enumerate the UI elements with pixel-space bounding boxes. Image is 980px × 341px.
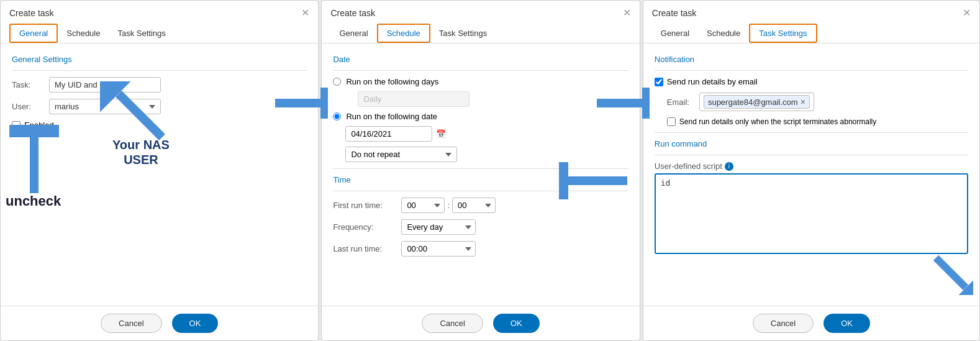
panel2-close-button[interactable]: ✕	[623, 7, 631, 19]
email-label: Email:	[667, 98, 689, 107]
date-section-title: Date	[333, 55, 628, 64]
first-run-label: First run time:	[333, 201, 401, 210]
run-cmd-section-title: Run command	[655, 139, 968, 148]
radio-following-days-label: Run on the following days	[346, 77, 438, 86]
panel3-cancel-button[interactable]: Cancel	[753, 314, 814, 333]
task-input[interactable]	[49, 77, 161, 93]
panel2-tabs: General Schedule Task Settings	[322, 24, 639, 43]
tab-general-1[interactable]: General	[9, 24, 58, 43]
send-abnormal-label: Send run details only when the script te…	[679, 117, 877, 126]
radio-following-date[interactable]	[333, 112, 341, 120]
info-icon[interactable]: i	[725, 162, 733, 171]
send-email-checkbox[interactable]	[655, 78, 663, 86]
panel1-title: Create task	[9, 8, 54, 18]
panel3-ok-button[interactable]: OK	[823, 314, 870, 333]
panel1-cancel-button[interactable]: Cancel	[101, 314, 161, 333]
script-label: User-defined script	[655, 161, 722, 171]
send-email-label: Send run details by email	[667, 77, 758, 86]
user-label: User:	[12, 102, 49, 111]
tab-general-2[interactable]: General	[330, 24, 376, 43]
panel2-title: Create task	[330, 8, 375, 18]
enabled-label: Enabled	[24, 120, 54, 130]
panel3-title: Create task	[652, 8, 697, 18]
daily-select: Daily	[358, 91, 470, 107]
date-input[interactable]	[345, 126, 432, 142]
enabled-checkbox[interactable]	[12, 121, 20, 130]
calendar-icon[interactable]: 📅	[436, 129, 446, 139]
tab-task-settings-1[interactable]: Task Settings	[109, 24, 174, 43]
script-textarea[interactable]: id	[655, 173, 968, 254]
send-abnormal-checkbox[interactable]	[667, 117, 676, 126]
annotation-uncheck: uncheck	[6, 193, 61, 209]
panel2-ok-button[interactable]: OK	[493, 314, 540, 333]
radio-following-date-label: Run on the following date	[346, 112, 437, 121]
tab-task-settings-2[interactable]: Task Settings	[430, 24, 496, 43]
repeat-select[interactable]: Do not repeat	[345, 147, 457, 162]
panel3-close-button[interactable]: ✕	[963, 7, 971, 19]
tab-schedule-2[interactable]: Schedule	[377, 24, 430, 43]
frequency-label: Frequency:	[333, 222, 401, 232]
tab-task-settings-3[interactable]: Task Settings	[749, 24, 817, 43]
general-settings-title: General Settings	[12, 55, 307, 64]
tab-schedule-3[interactable]: Schedule	[698, 24, 749, 43]
annotation-nas-user: Your NASUSER	[112, 137, 170, 167]
task-label: Task:	[12, 80, 49, 89]
last-run-label: Last run time:	[333, 244, 401, 253]
panel1-ok-button[interactable]: OK	[172, 314, 219, 333]
email-tag: supergate84@gmail.com ×	[704, 95, 810, 109]
tab-general-3[interactable]: General	[652, 24, 698, 43]
time-section-title: Time	[333, 175, 628, 184]
user-select[interactable]: marius	[49, 99, 161, 114]
notification-section-title: Notification	[655, 55, 968, 64]
last-run-select[interactable]: 00:00	[401, 241, 476, 257]
radio-following-days[interactable]	[333, 78, 341, 86]
panel1-tabs: General Schedule Task Settings	[1, 24, 318, 43]
time-colon: :	[447, 201, 450, 210]
email-remove-button[interactable]: ×	[801, 97, 805, 107]
tab-schedule-1[interactable]: Schedule	[58, 24, 109, 43]
panel1-close-button[interactable]: ✕	[301, 7, 309, 19]
first-run-hour[interactable]: 00	[401, 198, 445, 213]
frequency-select[interactable]: Every day	[401, 219, 476, 235]
panel2-cancel-button[interactable]: Cancel	[422, 314, 483, 333]
first-run-minute[interactable]: 00	[452, 198, 496, 213]
panel3-tabs: General Schedule Task Settings	[643, 24, 979, 43]
